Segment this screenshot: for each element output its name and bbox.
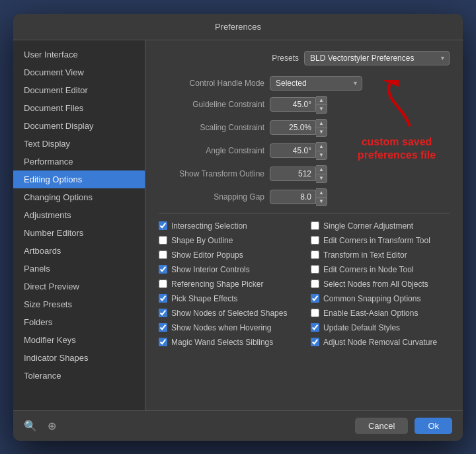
checkbox-label-16: Magic Wand Selects Siblings <box>171 338 273 347</box>
sidebar-item-artboards[interactable]: Artboards <box>13 242 145 260</box>
stepper-up[interactable]: ▲ <box>316 96 327 105</box>
checkbox-item-11[interactable]: Common Snapping Options <box>311 294 450 303</box>
field-label-0: Control Handle Mode <box>159 79 264 88</box>
checkbox-11[interactable] <box>311 294 319 303</box>
checkbox-item-1[interactable]: Single Corner Adjustment <box>311 221 450 231</box>
checkbox-item-15[interactable]: Update Default Styles <box>311 323 450 332</box>
sidebar-item-size-presets[interactable]: Size Presets <box>13 295 145 313</box>
checkbox-label-10: Pick Shape Effects <box>171 294 238 303</box>
checkbox-label-2: Shape By Outline <box>171 236 233 245</box>
presets-label: Presets <box>272 54 299 63</box>
checkbox-7[interactable] <box>311 265 319 274</box>
sidebar-item-document-view[interactable]: Document View <box>13 63 145 81</box>
checkbox-item-2[interactable]: Shape By Outline <box>159 236 298 245</box>
field-label-2: Scaling Constraint <box>159 123 264 132</box>
sidebar-item-number-editors[interactable]: Number Editors <box>13 224 145 242</box>
checkbox-item-8[interactable]: Referencing Shape Picker <box>159 280 298 289</box>
checkbox-1[interactable] <box>311 221 319 230</box>
field-input-1[interactable] <box>270 97 316 112</box>
checkbox-9[interactable] <box>311 280 319 288</box>
checkbox-item-13[interactable]: Enable East-Asian Options <box>311 309 450 318</box>
field-stepper-4[interactable]: ▲▼ <box>316 165 327 183</box>
field-input-4[interactable] <box>270 167 316 181</box>
stepper-down[interactable]: ▼ <box>316 128 327 136</box>
checkbox-4[interactable] <box>159 250 167 259</box>
field-input-2[interactable] <box>270 120 316 135</box>
sidebar-item-text-display[interactable]: Text Display <box>13 135 145 153</box>
stepper-up[interactable]: ▲ <box>316 143 327 151</box>
checkbox-2[interactable] <box>159 236 167 245</box>
checkbox-label-14: Show Nodes when Hovering <box>171 323 271 332</box>
sidebar-item-adjustments[interactable]: Adjustments <box>13 206 145 224</box>
stepper-down[interactable]: ▼ <box>316 105 327 113</box>
checkbox-item-0[interactable]: Intersecting Selection <box>159 221 298 231</box>
field-label-4: Show Transform Outline <box>159 169 264 178</box>
field-select-0[interactable]: SelectedAllNone <box>270 76 362 91</box>
checkbox-10[interactable] <box>159 294 167 303</box>
sidebar-item-folders[interactable]: Folders <box>13 313 145 331</box>
stepper-down[interactable]: ▼ <box>316 198 327 206</box>
field-stepper-3[interactable]: ▲▼ <box>316 142 327 160</box>
checkbox-3[interactable] <box>311 236 319 245</box>
stepper-up[interactable]: ▲ <box>316 120 327 128</box>
checkbox-item-16[interactable]: Magic Wand Selects Siblings <box>159 338 298 347</box>
checkbox-0[interactable] <box>159 221 167 230</box>
sidebar-item-performance[interactable]: Performance <box>13 153 145 170</box>
sidebar-item-document-files[interactable]: Document Files <box>13 99 145 117</box>
field-stepper-5[interactable]: ▲▼ <box>316 188 327 206</box>
checkbox-item-6[interactable]: Show Interior Controls <box>159 265 298 274</box>
field-stepper-2[interactable]: ▲▼ <box>316 119 327 137</box>
sidebar-item-editing-options[interactable]: Editing Options <box>13 170 145 188</box>
stepper-down[interactable]: ▼ <box>316 174 327 182</box>
sidebar-item-indicator-shapes[interactable]: Indicator Shapes <box>13 349 145 367</box>
checkbox-8[interactable] <box>159 280 167 288</box>
ok-button[interactable]: Ok <box>415 418 452 434</box>
sidebar-item-user-interface[interactable]: User Interface <box>13 46 145 63</box>
sidebar-item-document-display[interactable]: Document Display <box>13 117 145 135</box>
stepper-down[interactable]: ▼ <box>316 151 327 159</box>
zoom-icon[interactable]: ⊕ <box>48 420 56 432</box>
stepper-up[interactable]: ▲ <box>316 166 327 174</box>
checkbox-16[interactable] <box>159 338 167 346</box>
checkbox-item-3[interactable]: Edit Corners in Transform Tool <box>311 236 450 245</box>
cancel-button[interactable]: Cancel <box>355 418 408 434</box>
checkbox-item-9[interactable]: Select Nodes from All Objects <box>311 280 450 289</box>
footer: 🔍 ⊕ Cancel Ok <box>13 410 463 441</box>
checkbox-5[interactable] <box>311 250 319 259</box>
presets-row: Presets BLD Vectorstyler PreferencesDefa… <box>159 51 450 65</box>
field-stepper-1[interactable]: ▲▼ <box>316 96 327 114</box>
field-label-1: Guideline Constraint <box>159 100 264 109</box>
field-control-2: ▲▼ <box>270 119 327 137</box>
checkbox-label-17: Adjust Node Removal Curvature <box>323 338 437 347</box>
checkbox-item-5[interactable]: Transform in Text Editor <box>311 250 450 260</box>
checkbox-label-6: Show Interior Controls <box>171 265 250 274</box>
checkbox-13[interactable] <box>311 309 319 317</box>
sidebar-item-changing-options[interactable]: Changing Options <box>13 188 145 206</box>
presets-select[interactable]: BLD Vectorstyler PreferencesDefault Pref… <box>304 51 450 65</box>
checkbox-17[interactable] <box>311 338 319 346</box>
checkbox-label-9: Select Nodes from All Objects <box>323 280 428 289</box>
field-input-5[interactable] <box>270 190 316 204</box>
field-input-3[interactable] <box>270 143 316 158</box>
dialog-content: User InterfaceDocument ViewDocument Edit… <box>13 40 463 410</box>
checkbox-12[interactable] <box>159 309 167 317</box>
checkbox-item-4[interactable]: Show Editor Popups <box>159 250 298 260</box>
checkbox-label-15: Update Default Styles <box>323 323 400 332</box>
checkbox-14[interactable] <box>159 323 167 332</box>
stepper-up[interactable]: ▲ <box>316 189 327 198</box>
sidebar-item-direct-preview[interactable]: Direct Preview <box>13 278 145 295</box>
checkbox-item-14[interactable]: Show Nodes when Hovering <box>159 323 298 332</box>
checkbox-6[interactable] <box>159 265 167 274</box>
sidebar-item-panels[interactable]: Panels <box>13 260 145 278</box>
checkbox-label-3: Edit Corners in Transform Tool <box>323 236 430 245</box>
checkbox-item-10[interactable]: Pick Shape Effects <box>159 294 298 303</box>
sidebar-item-tolerance[interactable]: Tolerance <box>13 367 145 385</box>
checkbox-item-17[interactable]: Adjust Node Removal Curvature <box>311 338 450 347</box>
sidebar-item-modifier-keys[interactable]: Modifier Keys <box>13 331 145 349</box>
sidebar-item-document-editor[interactable]: Document Editor <box>13 81 145 99</box>
search-icon[interactable]: 🔍 <box>24 420 37 432</box>
checkbox-item-12[interactable]: Show Nodes of Selected Shapes <box>159 309 298 318</box>
checkbox-label-0: Intersecting Selection <box>171 221 247 231</box>
checkbox-item-7[interactable]: Edit Corners in Node Tool <box>311 265 450 274</box>
checkbox-15[interactable] <box>311 323 319 332</box>
